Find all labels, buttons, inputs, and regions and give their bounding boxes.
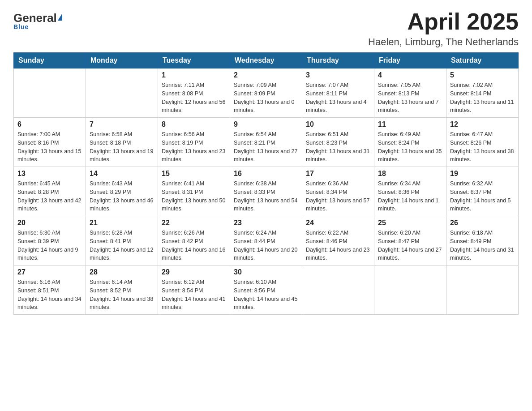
day-number: 18 [378, 170, 442, 178]
day-info: Sunrise: 6:10 AMSunset: 8:56 PMDaylight:… [234, 278, 298, 312]
calendar-cell: 8Sunrise: 6:56 AMSunset: 8:19 PMDaylight… [158, 118, 230, 167]
calendar-week-row: 1Sunrise: 7:11 AMSunset: 8:08 PMDaylight… [14, 68, 519, 118]
day-number: 7 [90, 120, 154, 128]
calendar-cell: 28Sunrise: 6:14 AMSunset: 8:52 PMDayligh… [86, 265, 158, 315]
calendar-cell: 2Sunrise: 7:09 AMSunset: 8:09 PMDaylight… [230, 68, 302, 118]
calendar-cell: 27Sunrise: 6:16 AMSunset: 8:51 PMDayligh… [14, 265, 86, 315]
day-info: Sunrise: 7:02 AMSunset: 8:14 PMDaylight:… [450, 81, 515, 115]
day-info: Sunrise: 7:07 AMSunset: 8:11 PMDaylight:… [306, 81, 370, 115]
calendar-cell: 1Sunrise: 7:11 AMSunset: 8:08 PMDaylight… [158, 68, 230, 118]
calendar-week-row: 13Sunrise: 6:45 AMSunset: 8:28 PMDayligh… [14, 167, 519, 216]
day-number: 22 [162, 219, 226, 227]
calendar-cell: 6Sunrise: 7:00 AMSunset: 8:16 PMDaylight… [14, 118, 86, 167]
calendar-subtitle: Haelen, Limburg, The Netherlands [368, 36, 519, 48]
logo-triangle-icon [58, 13, 62, 21]
day-number: 13 [17, 170, 82, 178]
day-info: Sunrise: 6:34 AMSunset: 8:36 PMDaylight:… [378, 180, 442, 213]
logo: General Blue [13, 11, 62, 30]
weekday-header-tuesday: Tuesday [158, 53, 230, 68]
day-number: 27 [17, 268, 82, 276]
day-info: Sunrise: 6:16 AMSunset: 8:51 PMDaylight:… [17, 278, 82, 312]
day-info: Sunrise: 6:20 AMSunset: 8:47 PMDaylight:… [378, 229, 442, 262]
day-number: 2 [234, 71, 298, 79]
day-info: Sunrise: 6:38 AMSunset: 8:33 PMDaylight:… [234, 180, 298, 213]
day-info: Sunrise: 6:24 AMSunset: 8:44 PMDaylight:… [234, 229, 298, 262]
calendar-cell [302, 265, 374, 315]
day-info: Sunrise: 6:45 AMSunset: 8:28 PMDaylight:… [17, 180, 82, 213]
day-number: 11 [378, 120, 442, 128]
day-number: 9 [234, 120, 298, 128]
day-info: Sunrise: 7:09 AMSunset: 8:09 PMDaylight:… [234, 81, 298, 115]
day-number: 19 [450, 170, 515, 178]
day-info: Sunrise: 6:36 AMSunset: 8:34 PMDaylight:… [306, 180, 370, 213]
day-number: 25 [378, 219, 442, 227]
day-number: 28 [90, 268, 154, 276]
day-number: 30 [234, 268, 298, 276]
day-number: 16 [234, 170, 298, 178]
day-number: 23 [234, 219, 298, 227]
calendar-cell: 24Sunrise: 6:22 AMSunset: 8:46 PMDayligh… [302, 216, 374, 265]
calendar-cell: 10Sunrise: 6:51 AMSunset: 8:23 PMDayligh… [302, 118, 374, 167]
calendar-cell: 30Sunrise: 6:10 AMSunset: 8:56 PMDayligh… [230, 265, 302, 315]
logo-blue-text: Blue [13, 23, 29, 30]
day-number: 4 [378, 71, 442, 79]
calendar-cell: 14Sunrise: 6:43 AMSunset: 8:29 PMDayligh… [86, 167, 158, 216]
day-info: Sunrise: 6:22 AMSunset: 8:46 PMDaylight:… [306, 229, 370, 262]
day-number: 20 [17, 219, 82, 227]
calendar-cell: 17Sunrise: 6:36 AMSunset: 8:34 PMDayligh… [302, 167, 374, 216]
calendar-cell: 19Sunrise: 6:32 AMSunset: 8:37 PMDayligh… [446, 167, 519, 216]
day-number: 10 [306, 120, 370, 128]
calendar-header-row: SundayMondayTuesdayWednesdayThursdayFrid… [14, 53, 519, 68]
day-number: 29 [162, 268, 226, 276]
calendar-cell [14, 68, 86, 118]
calendar-cell: 7Sunrise: 6:58 AMSunset: 8:18 PMDaylight… [86, 118, 158, 167]
day-number: 21 [90, 219, 154, 227]
calendar-cell: 5Sunrise: 7:02 AMSunset: 8:14 PMDaylight… [446, 68, 519, 118]
day-number: 15 [162, 170, 226, 178]
calendar-cell: 18Sunrise: 6:34 AMSunset: 8:36 PMDayligh… [374, 167, 446, 216]
day-info: Sunrise: 6:26 AMSunset: 8:42 PMDaylight:… [162, 229, 226, 262]
day-info: Sunrise: 6:56 AMSunset: 8:19 PMDaylight:… [162, 130, 226, 164]
weekday-header-saturday: Saturday [446, 53, 519, 68]
day-info: Sunrise: 6:32 AMSunset: 8:37 PMDaylight:… [450, 180, 515, 213]
calendar-cell: 13Sunrise: 6:45 AMSunset: 8:28 PMDayligh… [14, 167, 86, 216]
calendar-cell: 16Sunrise: 6:38 AMSunset: 8:33 PMDayligh… [230, 167, 302, 216]
calendar-cell: 12Sunrise: 6:47 AMSunset: 8:26 PMDayligh… [446, 118, 519, 167]
day-info: Sunrise: 6:43 AMSunset: 8:29 PMDaylight:… [90, 180, 154, 213]
title-block: April 2025 Haelen, Limburg, The Netherla… [368, 9, 519, 48]
calendar-cell: 4Sunrise: 7:05 AMSunset: 8:13 PMDaylight… [374, 68, 446, 118]
day-number: 5 [450, 71, 515, 79]
day-info: Sunrise: 6:28 AMSunset: 8:41 PMDaylight:… [90, 229, 154, 262]
day-info: Sunrise: 6:58 AMSunset: 8:18 PMDaylight:… [90, 130, 154, 164]
weekday-header-wednesday: Wednesday [230, 53, 302, 68]
calendar-cell [374, 265, 446, 315]
calendar-cell: 29Sunrise: 6:12 AMSunset: 8:54 PMDayligh… [158, 265, 230, 315]
weekday-header-thursday: Thursday [302, 53, 374, 68]
calendar-cell: 26Sunrise: 6:18 AMSunset: 8:49 PMDayligh… [446, 216, 519, 265]
day-number: 14 [90, 170, 154, 178]
day-number: 1 [162, 71, 226, 79]
page-header: General Blue April 2025 Haelen, Limburg,… [13, 9, 519, 48]
day-info: Sunrise: 6:12 AMSunset: 8:54 PMDaylight:… [162, 278, 226, 312]
day-number: 6 [17, 120, 82, 128]
calendar-cell: 23Sunrise: 6:24 AMSunset: 8:44 PMDayligh… [230, 216, 302, 265]
calendar-cell: 25Sunrise: 6:20 AMSunset: 8:47 PMDayligh… [374, 216, 446, 265]
day-info: Sunrise: 6:14 AMSunset: 8:52 PMDaylight:… [90, 278, 154, 312]
calendar-cell: 9Sunrise: 6:54 AMSunset: 8:21 PMDaylight… [230, 118, 302, 167]
calendar-week-row: 27Sunrise: 6:16 AMSunset: 8:51 PMDayligh… [14, 265, 519, 315]
day-number: 24 [306, 219, 370, 227]
day-info: Sunrise: 6:18 AMSunset: 8:49 PMDaylight:… [450, 229, 515, 262]
calendar-week-row: 6Sunrise: 7:00 AMSunset: 8:16 PMDaylight… [14, 118, 519, 167]
calendar-table: SundayMondayTuesdayWednesdayThursdayFrid… [13, 52, 519, 315]
day-number: 8 [162, 120, 226, 128]
calendar-cell: 3Sunrise: 7:07 AMSunset: 8:11 PMDaylight… [302, 68, 374, 118]
calendar-title: April 2025 [368, 9, 519, 34]
weekday-header-friday: Friday [374, 53, 446, 68]
day-number: 12 [450, 120, 515, 128]
calendar-week-row: 20Sunrise: 6:30 AMSunset: 8:39 PMDayligh… [14, 216, 519, 265]
day-number: 3 [306, 71, 370, 79]
calendar-cell: 11Sunrise: 6:49 AMSunset: 8:24 PMDayligh… [374, 118, 446, 167]
calendar-cell: 21Sunrise: 6:28 AMSunset: 8:41 PMDayligh… [86, 216, 158, 265]
day-info: Sunrise: 7:05 AMSunset: 8:13 PMDaylight:… [378, 81, 442, 115]
calendar-cell: 22Sunrise: 6:26 AMSunset: 8:42 PMDayligh… [158, 216, 230, 265]
